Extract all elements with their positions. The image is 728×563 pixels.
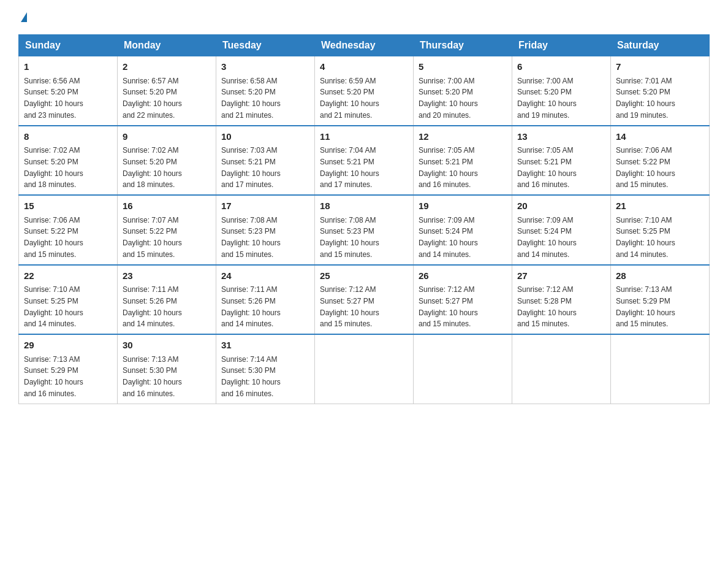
day-header-monday: Monday bbox=[118, 35, 216, 56]
calendar-cell: 7Sunrise: 7:01 AMSunset: 5:20 PMDaylight… bbox=[611, 56, 710, 126]
day-header-wednesday: Wednesday bbox=[315, 35, 414, 56]
day-info: Sunrise: 6:56 AMSunset: 5:20 PMDaylight:… bbox=[24, 77, 83, 120]
day-info: Sunrise: 7:09 AMSunset: 5:24 PMDaylight:… bbox=[419, 216, 478, 259]
day-info: Sunrise: 6:57 AMSunset: 5:20 PMDaylight:… bbox=[123, 77, 182, 120]
day-header-saturday: Saturday bbox=[611, 35, 710, 56]
day-info: Sunrise: 7:09 AMSunset: 5:24 PMDaylight:… bbox=[517, 216, 577, 259]
day-info: Sunrise: 7:05 AMSunset: 5:21 PMDaylight:… bbox=[517, 146, 577, 189]
week-row-3: 15Sunrise: 7:06 AMSunset: 5:22 PMDayligh… bbox=[19, 195, 710, 265]
day-info: Sunrise: 7:11 AMSunset: 5:26 PMDaylight:… bbox=[221, 285, 281, 328]
day-number: 17 bbox=[221, 199, 309, 213]
day-info: Sunrise: 7:08 AMSunset: 5:23 PMDaylight:… bbox=[320, 216, 379, 259]
calendar-cell: 6Sunrise: 7:00 AMSunset: 5:20 PMDaylight… bbox=[512, 56, 611, 126]
day-header-sunday: Sunday bbox=[19, 35, 118, 56]
calendar-cell: 27Sunrise: 7:12 AMSunset: 5:28 PMDayligh… bbox=[512, 265, 611, 335]
day-info: Sunrise: 7:07 AMSunset: 5:22 PMDaylight:… bbox=[123, 216, 182, 259]
day-number: 24 bbox=[221, 269, 309, 283]
calendar-cell: 16Sunrise: 7:07 AMSunset: 5:22 PMDayligh… bbox=[118, 195, 216, 265]
day-number: 6 bbox=[517, 60, 605, 74]
calendar-cell: 21Sunrise: 7:10 AMSunset: 5:25 PMDayligh… bbox=[611, 195, 710, 265]
week-row-5: 29Sunrise: 7:13 AMSunset: 5:29 PMDayligh… bbox=[19, 334, 710, 404]
calendar-cell: 23Sunrise: 7:11 AMSunset: 5:26 PMDayligh… bbox=[118, 265, 216, 335]
day-info: Sunrise: 7:10 AMSunset: 5:25 PMDaylight:… bbox=[616, 216, 675, 259]
page-header bbox=[18, 12, 710, 23]
calendar-cell: 8Sunrise: 7:02 AMSunset: 5:20 PMDaylight… bbox=[19, 126, 118, 196]
day-number: 28 bbox=[616, 269, 704, 283]
logo-triangle-icon bbox=[21, 12, 27, 22]
calendar-cell bbox=[512, 334, 611, 404]
day-number: 4 bbox=[320, 60, 408, 74]
day-header-friday: Friday bbox=[512, 35, 611, 56]
day-number: 16 bbox=[123, 199, 211, 213]
calendar-cell: 19Sunrise: 7:09 AMSunset: 5:24 PMDayligh… bbox=[414, 195, 512, 265]
day-info: Sunrise: 7:13 AMSunset: 5:30 PMDaylight:… bbox=[123, 355, 182, 398]
day-number: 25 bbox=[320, 269, 408, 283]
day-info: Sunrise: 7:00 AMSunset: 5:20 PMDaylight:… bbox=[419, 77, 478, 120]
day-number: 8 bbox=[24, 130, 112, 144]
day-info: Sunrise: 7:13 AMSunset: 5:29 PMDaylight:… bbox=[24, 355, 83, 398]
day-info: Sunrise: 7:00 AMSunset: 5:20 PMDaylight:… bbox=[517, 77, 577, 120]
day-number: 29 bbox=[24, 339, 112, 353]
day-number: 5 bbox=[419, 60, 507, 74]
calendar-cell: 12Sunrise: 7:05 AMSunset: 5:21 PMDayligh… bbox=[414, 126, 512, 196]
day-number: 18 bbox=[320, 199, 408, 213]
day-number: 2 bbox=[123, 60, 211, 74]
calendar-cell: 4Sunrise: 6:59 AMSunset: 5:20 PMDaylight… bbox=[315, 56, 414, 126]
day-number: 30 bbox=[123, 339, 211, 353]
day-number: 15 bbox=[24, 199, 112, 213]
calendar-cell: 1Sunrise: 6:56 AMSunset: 5:20 PMDaylight… bbox=[19, 56, 118, 126]
day-number: 1 bbox=[24, 60, 112, 74]
calendar-cell: 31Sunrise: 7:14 AMSunset: 5:30 PMDayligh… bbox=[216, 334, 315, 404]
day-number: 27 bbox=[517, 269, 605, 283]
day-info: Sunrise: 6:58 AMSunset: 5:20 PMDaylight:… bbox=[221, 77, 281, 120]
day-info: Sunrise: 7:04 AMSunset: 5:21 PMDaylight:… bbox=[320, 146, 379, 189]
calendar-cell: 13Sunrise: 7:05 AMSunset: 5:21 PMDayligh… bbox=[512, 126, 611, 196]
day-info: Sunrise: 7:12 AMSunset: 5:27 PMDaylight:… bbox=[320, 285, 379, 328]
calendar-cell bbox=[611, 334, 710, 404]
day-info: Sunrise: 7:02 AMSunset: 5:20 PMDaylight:… bbox=[123, 146, 182, 189]
calendar-cell: 18Sunrise: 7:08 AMSunset: 5:23 PMDayligh… bbox=[315, 195, 414, 265]
day-header-thursday: Thursday bbox=[414, 35, 512, 56]
day-info: Sunrise: 7:14 AMSunset: 5:30 PMDaylight:… bbox=[221, 355, 281, 398]
calendar-cell: 17Sunrise: 7:08 AMSunset: 5:23 PMDayligh… bbox=[216, 195, 315, 265]
week-row-4: 22Sunrise: 7:10 AMSunset: 5:25 PMDayligh… bbox=[19, 265, 710, 335]
calendar-cell: 3Sunrise: 6:58 AMSunset: 5:20 PMDaylight… bbox=[216, 56, 315, 126]
calendar-table: SundayMondayTuesdayWednesdayThursdayFrid… bbox=[18, 34, 710, 404]
day-number: 31 bbox=[221, 339, 309, 353]
day-number: 14 bbox=[616, 130, 704, 144]
calendar-cell: 28Sunrise: 7:13 AMSunset: 5:29 PMDayligh… bbox=[611, 265, 710, 335]
day-number: 23 bbox=[123, 269, 211, 283]
calendar-cell: 9Sunrise: 7:02 AMSunset: 5:20 PMDaylight… bbox=[118, 126, 216, 196]
week-row-1: 1Sunrise: 6:56 AMSunset: 5:20 PMDaylight… bbox=[19, 56, 710, 126]
day-info: Sunrise: 7:01 AMSunset: 5:20 PMDaylight:… bbox=[616, 77, 675, 120]
calendar-cell: 10Sunrise: 7:03 AMSunset: 5:21 PMDayligh… bbox=[216, 126, 315, 196]
week-row-2: 8Sunrise: 7:02 AMSunset: 5:20 PMDaylight… bbox=[19, 126, 710, 196]
calendar-cell: 5Sunrise: 7:00 AMSunset: 5:20 PMDaylight… bbox=[414, 56, 512, 126]
day-number: 10 bbox=[221, 130, 309, 144]
day-info: Sunrise: 7:03 AMSunset: 5:21 PMDaylight:… bbox=[221, 146, 281, 189]
day-info: Sunrise: 7:12 AMSunset: 5:28 PMDaylight:… bbox=[517, 285, 577, 328]
calendar-cell: 29Sunrise: 7:13 AMSunset: 5:29 PMDayligh… bbox=[19, 334, 118, 404]
day-number: 13 bbox=[517, 130, 605, 144]
day-number: 21 bbox=[616, 199, 704, 213]
calendar-cell: 2Sunrise: 6:57 AMSunset: 5:20 PMDaylight… bbox=[118, 56, 216, 126]
day-number: 22 bbox=[24, 269, 112, 283]
day-info: Sunrise: 7:02 AMSunset: 5:20 PMDaylight:… bbox=[24, 146, 83, 189]
day-info: Sunrise: 7:06 AMSunset: 5:22 PMDaylight:… bbox=[24, 216, 83, 259]
calendar-cell: 26Sunrise: 7:12 AMSunset: 5:27 PMDayligh… bbox=[414, 265, 512, 335]
calendar-cell: 22Sunrise: 7:10 AMSunset: 5:25 PMDayligh… bbox=[19, 265, 118, 335]
day-header-tuesday: Tuesday bbox=[216, 35, 315, 56]
day-info: Sunrise: 7:05 AMSunset: 5:21 PMDaylight:… bbox=[419, 146, 478, 189]
day-number: 26 bbox=[419, 269, 507, 283]
day-info: Sunrise: 7:11 AMSunset: 5:26 PMDaylight:… bbox=[123, 285, 182, 328]
day-info: Sunrise: 7:08 AMSunset: 5:23 PMDaylight:… bbox=[221, 216, 281, 259]
day-info: Sunrise: 7:13 AMSunset: 5:29 PMDaylight:… bbox=[616, 285, 675, 328]
day-info: Sunrise: 7:12 AMSunset: 5:27 PMDaylight:… bbox=[419, 285, 478, 328]
day-number: 7 bbox=[616, 60, 704, 74]
calendar-cell: 14Sunrise: 7:06 AMSunset: 5:22 PMDayligh… bbox=[611, 126, 710, 196]
day-number: 11 bbox=[320, 130, 408, 144]
calendar-cell: 20Sunrise: 7:09 AMSunset: 5:24 PMDayligh… bbox=[512, 195, 611, 265]
day-number: 3 bbox=[221, 60, 309, 74]
calendar-cell bbox=[414, 334, 512, 404]
calendar-cell: 30Sunrise: 7:13 AMSunset: 5:30 PMDayligh… bbox=[118, 334, 216, 404]
